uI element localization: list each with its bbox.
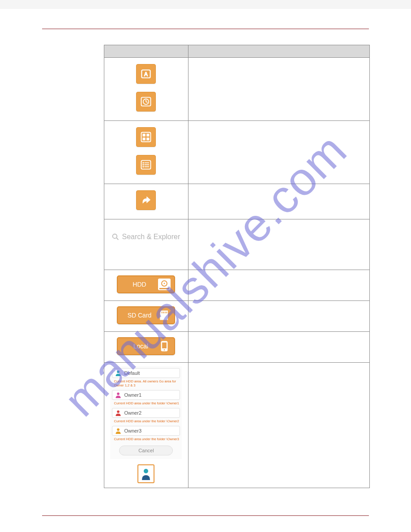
desc-cell-5 (188, 270, 369, 301)
svg-point-12 (143, 162, 144, 163)
desc-cell-8 (188, 363, 369, 488)
desc-cell-1 (188, 58, 369, 121)
phone-icon (157, 339, 172, 353)
svg-rect-9 (143, 138, 145, 140)
hdd-label: HDD (120, 281, 157, 288)
owner1-label: Owner1 (124, 392, 141, 398)
svg-rect-26 (165, 312, 166, 313)
person-icon (115, 370, 121, 376)
person-icon (115, 392, 121, 398)
owner-default-sub: Current HDD area. All owners Go area for… (112, 379, 180, 387)
svg-text:A: A (144, 71, 148, 77)
person-icon (115, 428, 121, 434)
svg-point-35 (144, 469, 148, 473)
svg-rect-10 (147, 138, 149, 140)
svg-rect-8 (147, 134, 149, 136)
svg-point-14 (143, 164, 144, 165)
svg-point-30 (164, 349, 165, 351)
hdd-button[interactable]: HDD (117, 275, 175, 293)
owner-2[interactable]: Owner2 (112, 408, 180, 418)
owner-default[interactable]: Default (112, 368, 180, 378)
owner-1[interactable]: Owner1 (112, 390, 180, 400)
search-icon (112, 233, 119, 240)
page-rule-bottom (42, 515, 369, 516)
hdd-icon (157, 277, 172, 292)
owner-cancel-button[interactable]: Cancel (119, 446, 173, 455)
owner2-label: Owner2 (124, 410, 141, 416)
desc-cell-7 (188, 332, 369, 363)
owner3-sub: Current HDD area under the folder \Owner… (112, 437, 179, 441)
svg-point-33 (117, 410, 120, 413)
desc-cell-6 (188, 301, 369, 332)
owner3-label: Owner3 (124, 428, 141, 433)
owner1-sub: Current HDD area under the folder \Owner… (112, 401, 179, 405)
svg-point-32 (117, 392, 120, 395)
desc-cell-4 (188, 219, 369, 270)
page-rule-top (42, 29, 369, 29)
svg-rect-25 (163, 312, 164, 313)
svg-rect-7 (143, 134, 145, 136)
table-header-desc (188, 45, 369, 58)
local-button[interactable]: Local (117, 337, 175, 355)
person-icon (115, 410, 121, 416)
search-input[interactable]: Search & Explorer (110, 228, 182, 245)
svg-line-5 (146, 102, 148, 103)
sdcard-label: SD Card (120, 312, 157, 319)
owner-3[interactable]: Owner3 (112, 426, 180, 436)
owner-selection-panel: Default Current HDD area. All owners Go … (110, 366, 182, 459)
letter-a-icon[interactable]: A (136, 64, 156, 84)
svg-rect-27 (167, 312, 167, 313)
document-page: manualshive.com A (0, 9, 411, 532)
grid-view-icon[interactable] (136, 127, 156, 147)
clock-icon[interactable] (136, 92, 156, 112)
search-placeholder: Search & Explorer (122, 233, 180, 241)
owner-default-label: Default (124, 370, 140, 376)
svg-rect-23 (159, 288, 169, 289)
sdcard-button[interactable]: SD Card (117, 306, 175, 324)
list-view-icon[interactable] (136, 155, 156, 175)
user-profile-icon[interactable] (137, 464, 154, 483)
desc-cell-3 (188, 184, 369, 219)
svg-point-31 (117, 370, 120, 373)
svg-rect-24 (162, 312, 163, 313)
cancel-label: Cancel (138, 448, 154, 453)
desc-cell-2 (188, 121, 369, 184)
sdcard-icon (157, 308, 172, 322)
table-header-icon (104, 45, 188, 58)
svg-line-19 (117, 238, 119, 240)
svg-point-16 (143, 166, 144, 167)
svg-rect-29 (163, 343, 167, 348)
svg-point-34 (117, 428, 120, 431)
svg-point-22 (164, 283, 165, 284)
svg-point-18 (113, 234, 117, 239)
owner2-sub: Current HDD area under the folder \Owner… (112, 419, 179, 423)
icon-description-table: A (104, 45, 370, 488)
share-icon[interactable] (136, 190, 156, 210)
local-label: Local (120, 343, 157, 350)
